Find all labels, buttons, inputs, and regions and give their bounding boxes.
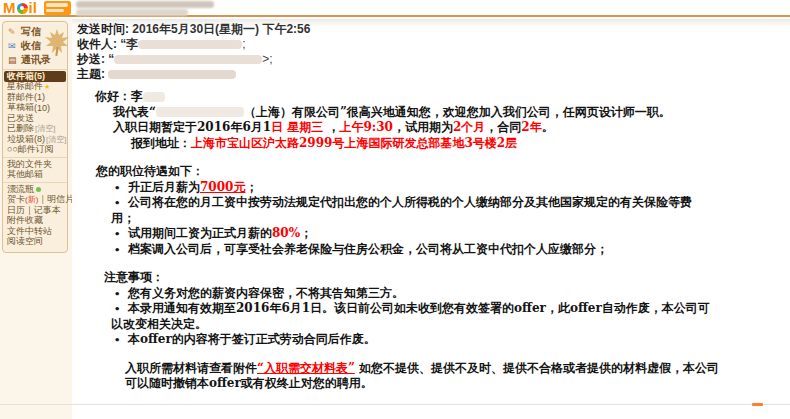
unread-count: (1) [34, 92, 45, 102]
note-item: •您有义务对您的薪资内容保密，不将其告知第三方。 [77, 286, 737, 302]
mail-meta: 发送时间: 2016年5月30日(星期一) 下午2:56 收件人: “李; 抄送… [77, 22, 310, 82]
text-run: 用； [111, 211, 135, 225]
text-run: 公司将在您的月工资中按劳动法规定代扣出您的个人所得税的个人缴纳部分及其他国家规定… [128, 195, 692, 209]
text-run: 2年 [521, 120, 541, 134]
folder-label: 阅读空间 [7, 235, 43, 248]
cc-label: 抄送: [77, 52, 105, 66]
redacted-recipient [138, 40, 242, 49]
bullet-text: 公司将在您的月工资中按劳动法规定代扣出您的个人所得税的个人缴纳部分及其他国家规定… [128, 195, 692, 211]
mail-reading-pane: 发送时间: 2016年5月30日(星期一) 下午2:56 收件人: “李; 抄送… [72, 19, 790, 419]
text-run: 入职所需材料请查看附件 [125, 361, 257, 375]
redacted-cc [114, 55, 262, 64]
compose-receive-button[interactable]: ✉收信 [3, 39, 67, 53]
sidebar-app-item[interactable]: 阅读空间 [3, 237, 67, 248]
offer-term-item: •档案调入公司后，可享受社会养老保险与住房公积金，公司将从工资中代扣个人应缴部分… [77, 242, 737, 258]
empty-folder-link[interactable]: [清空] [35, 123, 55, 134]
sidebar-box: ✎写信✉收信▤通讯录 收件箱(5)星标邮件★群邮件(1)草稿箱(10)已发送已删… [2, 21, 68, 253]
green-dot-icon [36, 187, 41, 192]
offer-terms-heading: 您的职位待遇如下： [96, 164, 737, 180]
final-paragraph-line1: 入职所需材料请查看附件“入职需交材料表” 如您不提供、提供不及时、提供不合格或者… [125, 361, 737, 377]
redacted-text [156, 107, 244, 117]
note-item-continued: 以改变相关决定。 [111, 317, 737, 333]
logo-letter-m: M [3, 0, 16, 16]
text-run: ，合同 [485, 120, 521, 134]
mail-body: 你好：李我代表“（上海）有限公司”很高兴地通知您，欢迎您加入我们公司，任网页设计… [77, 89, 737, 392]
text-run: 我代表“ [113, 105, 156, 119]
bullet-icon: • [114, 195, 128, 211]
text-run: 本录用通知有效期至2016年6月1日。该日前公司如未收到您有效签署的offer，… [128, 301, 710, 315]
cc-row: 抄送: “>; [77, 52, 310, 67]
text-run: 7000元 [200, 180, 245, 194]
sent-time-label: 发送时间: [77, 22, 129, 36]
sent-time-value: 2016年5月30日(星期一) 下午2:56 [132, 22, 310, 36]
text-run: 如您不提供、提供不及时、提供不合格或者提供的材料虚假，本公司 [355, 361, 719, 375]
compose-contacts-button[interactable]: ▤通讯录 [3, 53, 67, 67]
sent-time-row: 发送时间: 2016年5月30日(星期一) 下午2:56 [77, 22, 310, 37]
text-run: 入职日期暂定于2016年6月1 [113, 120, 271, 134]
text-run: 你好：李 [95, 89, 143, 103]
text-run: 您有义务对您的薪资内容保密，不将其告知第三方。 [128, 286, 404, 300]
text-run: 2个月 [453, 120, 485, 134]
compose-write-button[interactable]: ✎写信 [3, 25, 67, 39]
bullet-text: 您有义务对您的薪资内容保密，不将其告知第三方。 [128, 286, 404, 302]
sidebar-folder-item[interactable]: ○○邮件订阅 [3, 145, 67, 156]
bullet-icon: • [114, 286, 128, 302]
recipient-label: 收件人: [77, 37, 117, 51]
bullet-icon: • [114, 242, 128, 258]
compose-section: ✎写信✉收信▤通讯录 [3, 24, 67, 69]
offer-term-item: •升正后月薪为7000元； [77, 180, 737, 196]
recipient-row: 收件人: “李; [77, 37, 310, 52]
redacted-account-name [76, 1, 214, 8]
text-run: 。 [542, 120, 554, 134]
recipient-name-prefix: “李 [120, 37, 138, 51]
text-run: 本offer的内容将于签订正式劳动合同后作废。 [128, 332, 376, 346]
text-run: 80% [272, 226, 300, 240]
redacted-badge-text [46, 3, 68, 7]
start-date-paragraph: 入职日期暂定于2016年6月1日 星期三 ，上午9:30，试用期为2个月，合同2… [113, 120, 737, 136]
top-bar: M il [0, 0, 790, 17]
bullet-icon: • [114, 226, 128, 242]
subject-label: 主题: [77, 67, 105, 81]
offer-term-item-continued: 用； [111, 211, 737, 227]
offer-term-item: •公司将在您的月工资中按劳动法规定代扣出您的个人所得税的个人缴纳部分及其他国家规… [77, 195, 737, 211]
redacted-header-links[interactable] [76, 9, 188, 16]
bullet-text: 升正后月薪为7000元； [128, 180, 257, 196]
logo-color-wheel-icon [17, 3, 28, 14]
folders-section: 收件箱(5)星标邮件★群邮件(1)草稿箱(10)已发送已删除[清空]垃圾箱(8)… [3, 69, 67, 157]
text-run: 上海市宝山区沪太路2999号上海国际研发总部基地3号楼2层 [191, 136, 517, 150]
text-run: ， [323, 120, 339, 134]
text-run: ，试用期为 [393, 120, 453, 134]
bottom-divider [0, 404, 790, 405]
text-run: （上海）有限公司”很高兴地通知您，欢迎您加入我们公司，任网页设计师一职。 [244, 105, 671, 119]
text-run: 报到地址： [131, 136, 191, 150]
folder-label: 其他邮箱 [7, 168, 43, 181]
text-run: 上午9:30 [339, 120, 392, 134]
text-run: 以改变相关决定。 [111, 317, 207, 331]
logo-badge [44, 1, 71, 15]
compose-label: 通讯录 [21, 53, 51, 67]
pencil-icon: ✎ [8, 27, 19, 37]
attachment-link[interactable]: “入职需交材料表” [257, 361, 355, 375]
star-icon: ★ [44, 83, 50, 91]
redacted-badge-subtext [46, 9, 64, 12]
subject-row: 主题: [77, 67, 310, 82]
recipient-suffix: ; [242, 37, 245, 51]
text-run: 可以随时撤销本offer或有权终止对您的聘用。 [125, 376, 373, 390]
text-run: 档案调入公司后，可享受社会养老保险与住房公积金，公司将从工资中代扣个人应缴部分； [128, 242, 608, 256]
offer-term-item: •试用期间工资为正式月薪的80%； [77, 226, 737, 242]
scrollbar-thumb[interactable] [752, 403, 763, 406]
notes-heading: 注意事项： [104, 270, 737, 286]
greeting-line: 你好：李 [95, 89, 737, 105]
folder-label: ○○邮件订阅 [7, 143, 54, 156]
final-paragraph-line2: 可以随时撤销本offer或有权终止对您的聘用。 [125, 376, 737, 392]
my-folders-section: 我的文件夹其他邮箱 [3, 157, 67, 182]
intro-paragraph: 我代表“（上海）有限公司”很高兴地通知您，欢迎您加入我们公司，任网页设计师一职。 [113, 105, 737, 121]
note-item: •本offer的内容将于签订正式劳动合同后作废。 [77, 332, 737, 348]
bullet-text: 试用期间工资为正式月薪的80%； [128, 226, 312, 242]
cc-suffix: >; [262, 52, 272, 66]
compose-label: 收信 [21, 39, 41, 53]
bullet-text: 档案调入公司后，可享受社会养老保险与住房公积金，公司将从工资中代扣个人应缴部分； [128, 242, 608, 258]
sidebar-my-folder-item[interactable]: 其他邮箱 [3, 170, 67, 181]
inbox-mail-icon: ✉ [8, 41, 19, 51]
bullet-icon: • [114, 180, 128, 196]
